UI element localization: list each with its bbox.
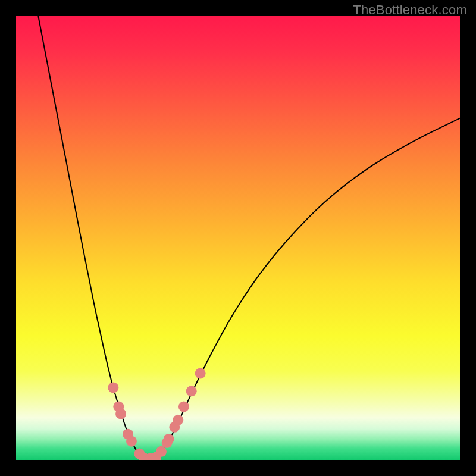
- data-marker: [126, 436, 137, 447]
- data-marker: [115, 408, 126, 419]
- chart-svg: [16, 16, 460, 460]
- plot-area: [16, 16, 460, 460]
- data-marker: [178, 401, 189, 412]
- data-marker: [156, 446, 167, 457]
- data-marker: [108, 382, 118, 393]
- chart-frame: TheBottleneck.com: [0, 0, 476, 476]
- watermark-text: TheBottleneck.com: [353, 2, 467, 18]
- data-marker: [195, 368, 206, 379]
- background-rect: [16, 16, 460, 460]
- data-marker: [164, 434, 174, 444]
- data-marker: [186, 386, 197, 396]
- data-marker: [173, 415, 183, 425]
